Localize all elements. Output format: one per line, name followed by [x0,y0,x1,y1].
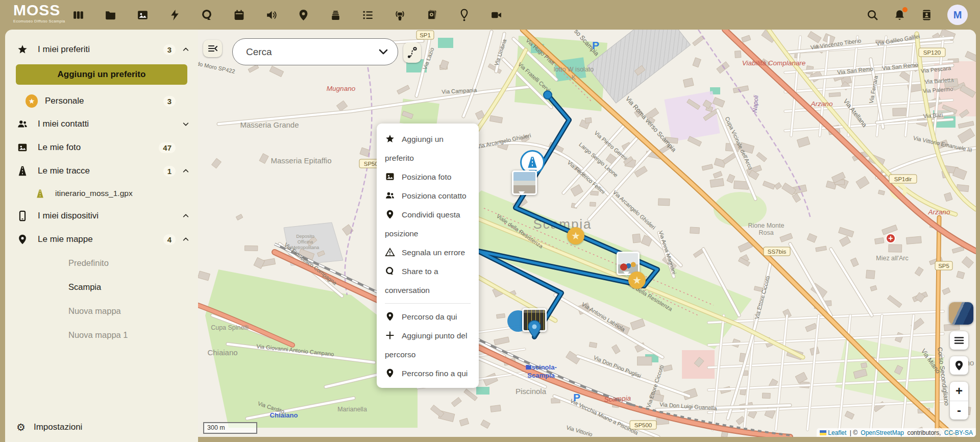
none-icon [47,329,59,341]
menu-item-add-favorite[interactable]: Aggiungi un preferito [385,130,471,167]
map-label: Viabilità Complanare [742,59,805,67]
search-input[interactable] [233,46,378,58]
zoom-in-button[interactable]: + [950,382,968,401]
photo-icon [385,169,395,180]
menu-item-share-conversation[interactable]: Share to a conversation [385,262,471,300]
video-icon-button[interactable] [490,8,503,21]
audio-icon-button[interactable] [265,8,278,21]
sidebar-item-label: I miei preferiti [38,44,163,55]
conversation-icon-button[interactable] [201,8,214,21]
sidebar-item-contacts[interactable]: I miei contatti [5,112,198,136]
license-link[interactable]: CC-BY-SA [944,429,973,436]
zoom-out-button[interactable]: - [950,401,968,420]
count-badge: 4 [163,234,176,245]
menu-item-place-photo[interactable]: Posiziona foto [385,167,471,186]
photo-icon [16,141,29,154]
map-label: Napoli [751,95,760,113]
sidebar-item-devices[interactable]: I miei dispositivi [5,204,198,228]
logo-subtitle: Ecomuseo Diffuso Scampia [13,19,65,23]
menu-item-label: Posiziona contatto [402,191,467,200]
contacts-button[interactable] [920,8,934,21]
route-tool-button[interactable] [403,42,421,63]
gallery-icon-button[interactable] [426,8,439,21]
topbar-nav [72,0,503,30]
sidebar-item-map-nuova-mappa-1[interactable]: Nuova mappa 1 [5,323,198,347]
map-pin-icon-button[interactable] [297,8,310,21]
app-logo[interactable]: MOSS Ecomuseo Diffuso Scampia [13,3,65,23]
map-label: Chiaiano [207,348,237,357]
plus-icon [385,328,395,338]
photo-icon-button[interactable] [136,8,150,21]
sidebar-item-tracks[interactable]: Le mie tracce1 [5,159,198,183]
search-icon [866,9,879,21]
map-label: lotto W isolato [554,66,594,73]
sidebar-item-settings[interactable]: ⚙ Impostazioni [5,415,198,439]
locate-button[interactable] [950,356,968,375]
chevron-down-icon[interactable] [378,48,388,56]
roadolive-icon [34,187,46,200]
sidebar-item-maps[interactable]: Le mie mappe4 [5,228,198,251]
logo-title: MOSS [13,3,65,18]
gear-icon: ⚙ [16,422,26,432]
notification-dot [902,7,908,12]
avatar[interactable]: M [947,5,968,25]
map-pin-icon [954,360,964,371]
sidebar-item-photos[interactable]: Le mie foto47 [5,136,198,159]
route-end-pin[interactable] [527,320,542,341]
list-icon-button[interactable] [361,8,375,21]
sidebar-add-favorite-button[interactable]: Aggiungi un preferito [16,64,187,85]
map-label: Officina [298,239,313,244]
map-canvas[interactable]: SP1SP500SP120SP1dirSS7bisSP5SP500 Via Gi… [198,30,976,437]
menu-item-route-from-here[interactable]: Percorso da qui [385,307,471,326]
podcast-icon-button[interactable] [394,8,407,21]
menu-item-label: Segnala un errore [402,248,465,257]
sidebar-item-track-file[interactable]: itinerario_moss_1.gpx [5,183,198,204]
favorite-star-marker-2[interactable]: ★ [628,272,646,289]
road-icon [16,165,29,177]
map-label: Masseria Grande [240,120,299,129]
notifications-button[interactable] [893,8,906,21]
map-label: Scampia [604,395,631,404]
location-icon-button[interactable] [458,8,471,21]
sidebar-item-label: Scampia [68,282,177,292]
map-label: Marianella [337,406,367,413]
menu-item-add-route-point[interactable]: Aggiungi punto del percorso [385,326,471,364]
bolt-icon-button[interactable] [168,8,182,21]
folder-icon-button[interactable] [104,8,117,21]
chevron-up-icon [181,44,191,55]
zoom-control: + - [950,382,968,420]
layer-preview-button[interactable] [949,302,973,325]
map-search-box [232,38,398,65]
sidebar-item-label: Le mie tracce [38,166,163,176]
menu-item-route-to-here[interactable]: Percorso fino a qui [385,364,471,383]
context-menu: Aggiungi un preferitoPosiziona fotoPosiz… [377,124,479,388]
leaflet-link[interactable]: Leaflet [828,429,846,436]
none-icon [47,281,59,293]
sidebar-item-map-scampia[interactable]: Scampia [5,275,198,299]
sidebar-item-favorites[interactable]: I miei preferiti3 [5,38,198,61]
collapse-sidebar-button[interactable] [203,40,222,57]
stack-icon-button[interactable] [329,8,342,21]
map-label: Deposito [296,234,314,239]
error-report-marker[interactable]: + [886,233,896,243]
menu-item-report-error[interactable]: Segnala un errore [385,243,471,262]
calendar-icon-button[interactable] [233,8,246,21]
map-label: P [592,39,599,51]
route-start-marker[interactable] [543,90,552,100]
attribution-text: contributors, [905,429,943,436]
layers-menu-button[interactable] [950,331,968,350]
settings-label: Impostazioni [34,422,82,432]
favorite-star-marker-1[interactable]: ★ [567,227,584,244]
pin-icon [16,233,29,245]
sidebar-item-map-nuova-mappa[interactable]: Nuova mappa [5,299,198,323]
chevron-up-icon [181,234,191,244]
osm-link[interactable]: OpenStreetMap [861,429,904,436]
map-label: Masseria Epitaffio [271,156,332,165]
menu-item-place-contact[interactable]: Posiziona contatto [385,186,471,205]
columns-icon-button[interactable] [72,8,85,21]
photo-marker-building[interactable] [512,170,537,195]
sidebar-item-map-predefinito[interactable]: Predefinito [5,251,198,275]
sidebar-item-personale[interactable]: ★ Personale3 [5,90,198,112]
menu-item-share-position[interactable]: Condividi questa posizione [385,205,471,243]
search-icon-button[interactable] [866,8,879,21]
